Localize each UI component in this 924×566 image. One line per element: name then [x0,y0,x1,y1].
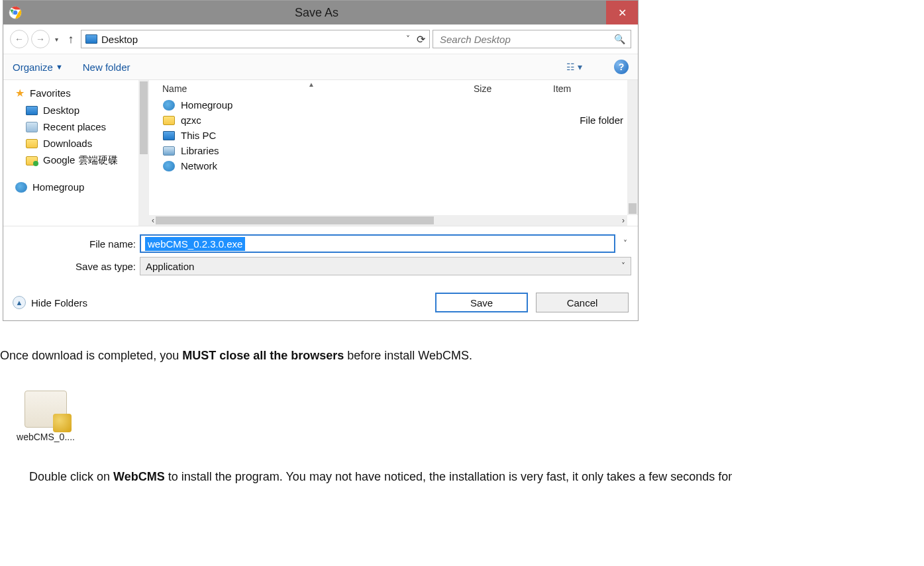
network-icon [163,161,175,171]
setup-package-icon [25,391,67,428]
search-box[interactable]: 🔍 [433,30,631,48]
search-icon: 🔍 [614,34,625,44]
list-item-label: qzxc [181,115,201,126]
save-as-dialog: Save As ✕ ← → ▾ ↑ Desktop ˅ ⟳ 🔍 Organize… [3,0,639,321]
homegroup-icon [15,182,27,193]
installer-file-icon[interactable]: webCMS_0.... [9,391,82,442]
sidebar-label: Favorites [30,87,71,99]
toolbar: Organize ▼ New folder ☷ ▾ ? [3,54,638,80]
save-type-select[interactable]: Application ˅ [140,257,631,275]
pc-icon [163,131,175,140]
sidebar-item-google-drive[interactable]: Google 雲端硬碟 [15,152,142,169]
up-icon: ↑ [68,32,74,46]
help-button[interactable]: ? [614,60,629,74]
file-name-label: File name: [10,238,136,250]
file-name-input[interactable]: webCMS_0.2.3.0.exe [140,234,615,253]
sort-indicator-icon: ▲ [308,81,315,88]
list-item[interactable]: Network [149,158,638,173]
search-input[interactable] [438,33,610,46]
navigation-row: ← → ▾ ↑ Desktop ˅ ⟳ 🔍 [3,24,638,54]
installer-file-label: webCMS_0.... [9,432,82,442]
column-item: Item [553,83,571,94]
recent-places-icon [26,122,38,132]
sidebar-item-recent[interactable]: Recent places [15,118,142,135]
libraries-icon [163,146,175,156]
content-scrollbar-horizontal[interactable]: ‹ › [149,215,627,226]
chevron-down-icon: ˅ [621,261,625,271]
forward-button[interactable]: → [31,30,50,48]
sidebar-item-downloads[interactable]: Downloads [15,135,142,152]
hide-folders-label: Hide Folders [31,297,87,308]
instruction-paragraph-2: Double click on WebCMS to install the pr… [29,469,924,485]
hide-folders-toggle[interactable]: ▲ Hide Folders [13,296,87,309]
sidebar-item-label: Desktop [43,105,79,116]
folder-icon [26,139,38,148]
title-bar: Save As ✕ [3,1,638,24]
google-drive-icon [26,156,38,165]
desktop-icon [85,34,97,44]
window-title: Save As [27,6,606,20]
back-icon: ← [15,34,24,44]
back-button[interactable]: ← [10,30,28,48]
file-list: Name ▲ Size Item Homegroup qzxc File fol… [149,80,638,226]
refresh-button[interactable]: ⟳ [417,33,425,46]
list-item[interactable]: This PC [149,128,638,143]
chevron-down-icon: ▼ [56,63,63,71]
save-button[interactable]: Save [435,293,528,312]
file-name-dropdown[interactable]: ˅ [623,239,627,248]
navigation-pane: ★ Favorites Desktop Recent places Downlo… [3,80,149,226]
list-item-label: Network [181,160,217,171]
monitor-icon [26,106,38,115]
sidebar-item-label: Downloads [43,138,92,149]
chevron-right-icon: › [622,216,625,225]
sidebar-item-desktop[interactable]: Desktop [15,102,142,118]
star-icon: ★ [15,87,25,99]
up-button[interactable]: ↑ [64,32,78,46]
save-type-value: Application [146,261,194,272]
close-icon: ✕ [618,7,627,19]
cancel-button[interactable]: Cancel [536,293,629,312]
close-button[interactable]: ✕ [606,1,638,24]
column-name: Name ▲ [162,83,474,94]
location-breadcrumb[interactable]: Desktop ˅ ⟳ [81,30,430,48]
list-item-label: Homegroup [181,99,232,111]
location-text: Desktop [101,34,402,45]
list-item-type: File folder [580,115,623,126]
sidebar-scrollbar[interactable] [138,80,149,226]
content-scrollbar-vertical[interactable] [627,80,638,215]
sidebar-item-label: Google 雲端硬碟 [43,154,118,167]
homegroup-icon [163,100,175,111]
list-item-label: This PC [181,130,216,141]
folder-icon [163,116,175,125]
collapse-icon: ▲ [13,296,26,309]
view-options-button[interactable]: ☷ ▾ [566,62,582,72]
organize-menu[interactable]: Organize ▼ [13,62,63,73]
chrome-icon [9,6,22,19]
explorer-body: ★ Favorites Desktop Recent places Downlo… [3,80,638,226]
history-dropdown[interactable]: ▾ [55,36,58,43]
save-type-label: Save as type: [10,261,136,272]
sidebar-homegroup[interactable]: Homegroup [15,179,142,195]
column-size: Size [474,83,553,94]
sidebar-item-label: Recent places [43,121,106,132]
forward-icon: → [36,34,45,44]
instruction-paragraph-1: Once download is completed, you MUST clo… [0,348,924,364]
chevron-down-icon: ˅ [406,34,410,44]
save-form: File name: webCMS_0.2.3.0.exe ˅ Save as … [3,226,638,286]
list-item[interactable]: Homegroup [149,97,638,113]
column-headers[interactable]: Name ▲ Size Item [149,80,638,97]
organize-label: Organize [13,62,53,73]
file-name-value: webCMS_0.2.3.0.exe [145,237,245,251]
chevron-left-icon: ‹ [152,216,154,225]
list-item[interactable]: qzxc File folder [149,113,638,128]
list-item[interactable]: Libraries [149,143,638,158]
svg-point-2 [13,11,18,15]
new-folder-button[interactable]: New folder [83,62,130,73]
list-item-label: Libraries [181,145,219,156]
dialog-footer: ▲ Hide Folders Save Cancel [3,286,638,320]
sidebar-item-label: Homegroup [32,181,84,193]
sidebar-favorites[interactable]: ★ Favorites [15,84,142,102]
